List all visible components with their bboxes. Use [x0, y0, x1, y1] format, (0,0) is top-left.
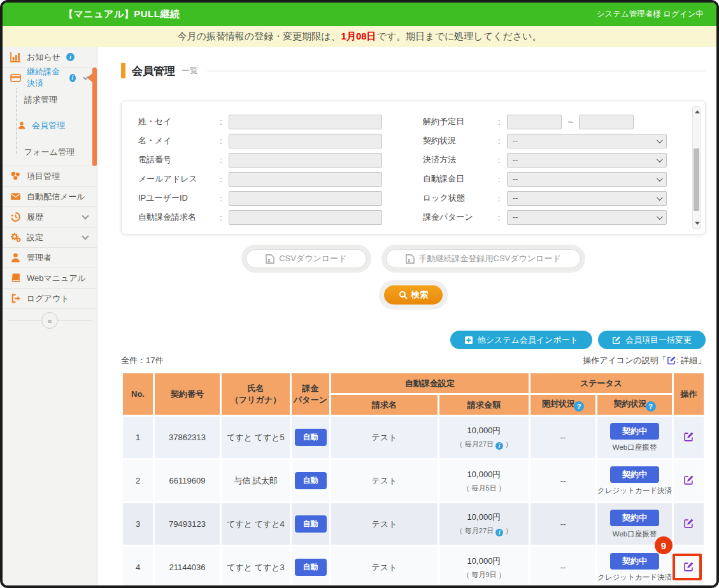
sidebar-item-admin[interactable]: 管理者 [3, 248, 97, 268]
edit-icon[interactable] [683, 518, 694, 529]
field-label: 姓・セイ [138, 116, 220, 127]
annotation-step-badge: 9 [655, 536, 673, 554]
payment-method-select[interactable]: -- [507, 153, 667, 168]
phone-input[interactable] [229, 153, 382, 168]
member-table: No. 契約番号 氏名（フリガナ） 課金パターン 自動課金設定 ステータス 操作… [121, 371, 706, 588]
col-header-billing-amount: 請求金額 [439, 394, 530, 416]
scrollbar-thumb[interactable] [694, 148, 699, 212]
page-title-row: 会員管理 一覧 [121, 61, 706, 80]
notice-bar: 今月の振替情報の登録・変更期限は、1月08日です。期日までに処理してください。 [3, 26, 716, 47]
chevron-down-icon [657, 213, 663, 220]
sidebar-item-history[interactable]: 履歴 [3, 207, 97, 227]
table-row: 2 66119609 与信 試太郎 自動 テスト 10,000円（ 毎月5日 ）… [122, 459, 705, 503]
notice-text-pre: 今月の振替情報の登録・変更期限は、 [178, 31, 341, 43]
sidebar-item-billing-management[interactable]: 請求管理 [3, 88, 97, 112]
edit-icon[interactable] [683, 561, 694, 572]
field-label: メールアドレス [138, 173, 220, 185]
col-header-pattern: 課金パターン [291, 373, 331, 416]
scroll-up-icon[interactable] [695, 110, 700, 113]
auto-billing-name-input[interactable] [229, 210, 382, 225]
help-question-icon[interactable]: ? [646, 401, 656, 412]
sidebar-item-recurring-billing[interactable]: 継続課金決済 i [3, 68, 97, 88]
card-icon [10, 73, 21, 83]
ip-user-id-input[interactable] [229, 191, 382, 206]
sidebar-item-member-management[interactable]: 会員管理 [3, 112, 97, 139]
search-button[interactable]: 検索 [384, 285, 443, 305]
contract-status-badge[interactable]: 契約中 [610, 510, 659, 526]
pen-square-icon [667, 355, 676, 365]
auto-billing-day-select[interactable]: -- [507, 172, 667, 187]
panel-scrollbar[interactable] [692, 106, 701, 229]
app-title: 【マニュアル】PULL継続 [64, 8, 180, 20]
field-label: 電話番号 [138, 154, 220, 166]
notice-deadline: 1月08日 [341, 31, 376, 43]
contract-status-badge[interactable]: 契約中 [610, 423, 659, 440]
lock-status-select[interactable]: -- [507, 191, 667, 206]
bulk-change-button[interactable]: 会員項目一括変更 [598, 331, 706, 349]
pattern-badge[interactable]: 自動 [295, 429, 327, 446]
login-status: システム管理者様 ログイン中 [597, 9, 704, 20]
operation-icon-help: 操作アイコンの説明「: 詳細」 [583, 355, 706, 366]
info-icon[interactable]: i [495, 442, 503, 450]
pattern-badge[interactable]: 自動 [295, 559, 327, 576]
page-title: 会員管理 [132, 64, 175, 78]
list-meta-row: 全件：17件 操作アイコンの説明「: 詳細」 [121, 354, 706, 368]
edit-icon[interactable] [683, 431, 694, 442]
col-header-auto-billing: 自動課金設定 [331, 373, 530, 394]
edit-icon[interactable] [683, 475, 694, 485]
csv-download-button[interactable]: CSVダウンロード [246, 249, 366, 268]
cancel-date-from-input[interactable] [507, 115, 562, 129]
contract-status-badge[interactable]: 契約中 [610, 553, 659, 570]
plus-square-icon [464, 336, 473, 345]
field-label: 解約予定日 [423, 116, 498, 127]
csv-file-icon [406, 254, 415, 264]
cancel-date-to-input[interactable] [579, 115, 634, 129]
chevron-down-icon [657, 194, 663, 201]
field-label: 自動課金請求名 [138, 212, 220, 223]
info-icon[interactable]: i [66, 53, 75, 61]
notice-text-post: です。期日までに処理してください。 [377, 31, 542, 43]
sidebar-item-news[interactable]: お知らせ i [3, 47, 97, 68]
field-label: IPユーザーID [138, 192, 220, 204]
manual-csv-download-button[interactable]: 手動継続課金登録用CSVダウンロード [386, 249, 581, 268]
billing-pattern-select[interactable]: -- [507, 210, 667, 225]
first-name-input[interactable] [229, 134, 382, 148]
pattern-badge[interactable]: 自動 [295, 515, 327, 533]
sidebar: お知らせ i 継続課金決済 i 請求管理 会員管理 フォーム管理 [3, 47, 97, 585]
person-icon [17, 121, 26, 130]
info-icon[interactable]: i [495, 529, 503, 536]
title-accent-bar [121, 63, 125, 78]
chevron-down-icon [657, 137, 663, 143]
col-header-no: No. [122, 373, 154, 416]
email-input[interactable] [229, 172, 382, 187]
total-count: 全件：17件 [121, 355, 163, 366]
field-label: 名・メイ [138, 135, 220, 147]
table-row: 4 21144036 てすと てすと3 自動 テスト 10,000円（ 毎月9日… [122, 546, 705, 588]
info-icon[interactable]: i [69, 74, 76, 82]
page-subtitle: 一覧 [182, 65, 198, 76]
sidebar-item-settings[interactable]: 設定 [3, 227, 97, 248]
pattern-badge[interactable]: 自動 [295, 472, 327, 489]
top-bar: 【マニュアル】PULL継続 システム管理者様 ログイン中 [3, 3, 716, 26]
sidebar-collapse-row: « [3, 310, 97, 332]
sidebar-item-logout[interactable]: ログアウト [3, 289, 97, 309]
col-header-name: 氏名（フリガナ） [221, 373, 291, 416]
sidebar-collapse-button[interactable]: « [41, 312, 58, 329]
contract-status-select[interactable]: -- [507, 134, 667, 148]
csv-button-row: CSVダウンロード 手動継続課金登録用CSVダウンロード [121, 249, 706, 268]
help-question-icon[interactable]: ? [574, 401, 584, 412]
sidebar-item-auto-mail[interactable]: 自動配信メール [3, 187, 97, 207]
chevron-down-icon [657, 175, 663, 182]
last-name-input[interactable] [229, 115, 382, 129]
gear-icon [10, 232, 21, 243]
table-row: 3 79493123 てすと てすと4 自動 テスト 10,000円（ 毎月27… [122, 503, 705, 546]
scroll-down-icon[interactable] [695, 222, 700, 225]
sidebar-item-form-management[interactable]: フォーム管理 [3, 139, 97, 166]
coins-icon [10, 171, 21, 182]
import-members-button[interactable]: 他システム会員インポート [450, 331, 592, 349]
logout-icon [10, 293, 21, 304]
sidebar-item-item-management[interactable]: 項目管理 [3, 166, 97, 187]
app-window: 【マニュアル】PULL継続 システム管理者様 ログイン中 今月の振替情報の登録・… [0, 0, 719, 588]
contract-status-badge[interactable]: 契約中 [610, 466, 659, 483]
sidebar-item-web-manual[interactable]: Webマニュアル [3, 268, 97, 289]
